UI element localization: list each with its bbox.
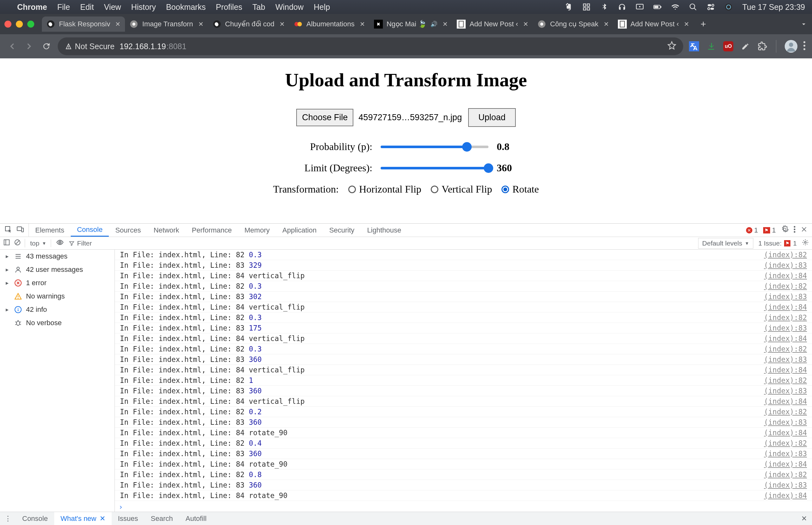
- browser-tab[interactable]: Albumentations✕: [289, 16, 370, 32]
- siri-icon[interactable]: [724, 3, 733, 11]
- security-indicator[interactable]: Not Secure: [65, 42, 115, 51]
- console-prompt[interactable]: ›: [115, 501, 812, 512]
- log-source-link[interactable]: (index):83: [764, 481, 807, 489]
- menu-history[interactable]: History: [131, 2, 156, 12]
- menu-help[interactable]: Help: [314, 2, 330, 12]
- edit-extension-icon[interactable]: [740, 41, 750, 51]
- devtools-tab-console[interactable]: Console: [71, 224, 109, 237]
- tab-close-icon[interactable]: ✕: [684, 20, 689, 28]
- log-source-link[interactable]: (index):83: [764, 324, 807, 332]
- inspect-element-icon[interactable]: [4, 226, 12, 235]
- console-sidebar-item[interactable]: ▸42 info: [0, 303, 115, 316]
- log-source-link[interactable]: (index):83: [764, 261, 807, 269]
- address-bar[interactable]: Not Secure 192.168.1.19:8081: [58, 38, 683, 55]
- chrome-menu-button[interactable]: [803, 41, 806, 52]
- devtools-tab-performance[interactable]: Performance: [185, 224, 238, 237]
- profile-avatar[interactable]: [785, 40, 797, 52]
- devtools-tab-memory[interactable]: Memory: [238, 224, 276, 237]
- log-source-link[interactable]: (index):83: [764, 387, 807, 395]
- limit-slider[interactable]: [381, 167, 488, 169]
- drawer-tab-console[interactable]: Console: [16, 512, 54, 525]
- menubar-clock[interactable]: Tue 17 Sep 23:39: [742, 2, 805, 12]
- extensions-button[interactable]: [757, 41, 768, 51]
- tab-close-icon[interactable]: ✕: [523, 20, 528, 28]
- log-source-link[interactable]: (index):83: [764, 292, 807, 301]
- tab-close-icon[interactable]: ✕: [604, 20, 609, 28]
- menu-tab[interactable]: Tab: [253, 2, 265, 12]
- battery-icon[interactable]: [653, 3, 662, 11]
- wifi-icon[interactable]: [671, 3, 679, 11]
- browser-tab[interactable]: Add New Post ‹✕: [452, 16, 533, 32]
- browser-tab[interactable]: Add New Post ‹✕: [614, 16, 694, 32]
- window-zoom-button[interactable]: [27, 20, 34, 28]
- radio-hflip[interactable]: Horizontal Flip: [348, 183, 421, 195]
- tab-close-icon[interactable]: ✕: [115, 20, 121, 28]
- browser-tab[interactable]: Công cụ Speak✕: [533, 16, 613, 32]
- log-source-link[interactable]: (index):83: [764, 450, 807, 458]
- headphones-icon[interactable]: [618, 3, 626, 11]
- menu-profiles[interactable]: Profiles: [216, 2, 242, 12]
- devtools-tab-application[interactable]: Application: [276, 224, 323, 237]
- console-filter[interactable]: Filter: [69, 240, 92, 247]
- console-sidebar-toggle-icon[interactable]: [3, 239, 10, 247]
- devtools-tab-elements[interactable]: Elements: [29, 224, 71, 237]
- window-minimize-button[interactable]: [16, 20, 23, 28]
- bluetooth-icon[interactable]: [600, 3, 608, 11]
- menu-view[interactable]: View: [104, 2, 121, 12]
- console-input[interactable]: [126, 503, 808, 511]
- log-source-link[interactable]: (index):82: [764, 282, 807, 290]
- menu-file[interactable]: File: [57, 2, 70, 12]
- log-source-link[interactable]: (index):83: [764, 355, 807, 363]
- devtools-settings-icon[interactable]: [781, 226, 788, 235]
- log-source-link[interactable]: (index):84: [764, 460, 807, 468]
- devtools-error-count[interactable]: ✕1: [746, 226, 758, 235]
- devtools-tab-security[interactable]: Security: [323, 224, 361, 237]
- stage-manager-icon[interactable]: [582, 3, 591, 11]
- console-sidebar-item[interactable]: No warnings: [0, 290, 115, 303]
- audio-playing-icon[interactable]: 🔊: [431, 20, 437, 28]
- console-clear-icon[interactable]: [14, 239, 21, 247]
- devtools-tab-lighthouse[interactable]: Lighthouse: [361, 224, 408, 237]
- choose-file-button[interactable]: Choose File: [296, 109, 354, 126]
- radio-rotate[interactable]: Rotate: [501, 183, 539, 195]
- console-settings-icon[interactable]: [802, 239, 809, 247]
- screen-mirror-icon[interactable]: [636, 3, 644, 11]
- tab-close-icon[interactable]: ✕: [442, 20, 448, 28]
- browser-tab[interactable]: Image Transforn✕: [125, 16, 208, 32]
- devtools-tab-network[interactable]: Network: [147, 224, 185, 237]
- radio-vflip[interactable]: Vertical Flip: [431, 183, 492, 195]
- forward-button[interactable]: [24, 41, 35, 52]
- log-source-link[interactable]: (index):84: [764, 334, 807, 343]
- log-source-link[interactable]: (index):84: [764, 397, 807, 405]
- log-source-link[interactable]: (index):84: [764, 429, 807, 437]
- log-level-selector[interactable]: Default levels ▼: [698, 238, 753, 249]
- drawer-menu-icon[interactable]: ⋮: [0, 514, 16, 523]
- menu-window[interactable]: Window: [275, 2, 303, 12]
- menu-bookmarks[interactable]: Bookmarks: [166, 2, 206, 12]
- console-sidebar-item[interactable]: No verbose: [0, 316, 115, 330]
- devtools-close-icon[interactable]: [801, 226, 808, 235]
- google-translate-extension-icon[interactable]: [689, 41, 699, 51]
- console-context-selector[interactable]: top ▼: [30, 240, 51, 247]
- log-source-link[interactable]: (index):82: [764, 251, 807, 259]
- spotlight-icon[interactable]: [689, 3, 697, 11]
- evernote-icon[interactable]: [565, 3, 573, 11]
- devtools-warning-count[interactable]: ⚑1: [763, 226, 776, 235]
- console-sidebar-item[interactable]: ▸43 messages: [0, 250, 115, 263]
- log-source-link[interactable]: (index):82: [764, 313, 807, 322]
- drawer-close-icon[interactable]: ✕: [796, 514, 812, 523]
- log-source-link[interactable]: (index):82: [764, 376, 807, 385]
- console-sidebar-item[interactable]: ▸42 user messages: [0, 263, 115, 276]
- download-extension-icon[interactable]: [706, 41, 716, 51]
- log-source-link[interactable]: (index):84: [764, 272, 807, 280]
- new-tab-button[interactable]: +: [696, 17, 710, 31]
- log-source-link[interactable]: (index):84: [764, 366, 807, 374]
- browser-tab[interactable]: Flask Responsiv✕: [42, 16, 125, 32]
- drawer-tab-search[interactable]: Search: [144, 512, 179, 525]
- tab-close-icon[interactable]: ✕: [280, 20, 285, 28]
- probability-slider[interactable]: [381, 146, 488, 148]
- drawer-tab-close-icon[interactable]: ✕: [100, 514, 105, 523]
- issues-indicator[interactable]: 1 Issue: ⚑ 1: [758, 240, 797, 247]
- live-expression-icon[interactable]: [56, 239, 64, 248]
- tab-list-button[interactable]: [800, 20, 808, 28]
